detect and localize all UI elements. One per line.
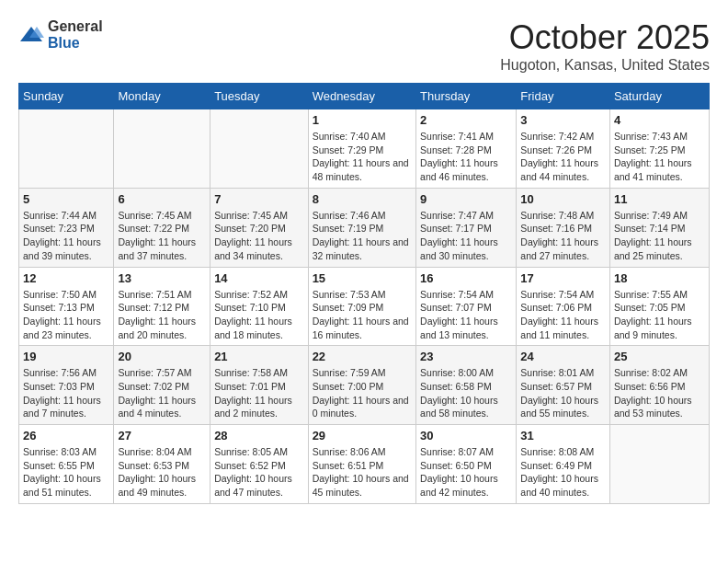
calendar-cell: 31Sunrise: 8:08 AM Sunset: 6:49 PM Dayli… (517, 425, 610, 504)
col-header-wednesday: Wednesday (308, 84, 415, 109)
day-info: Sunrise: 8:05 AM Sunset: 6:52 PM Dayligh… (214, 445, 304, 500)
day-number: 10 (520, 192, 606, 206)
day-info: Sunrise: 8:08 AM Sunset: 6:49 PM Dayligh… (520, 445, 606, 500)
day-number: 14 (214, 271, 304, 285)
day-info: Sunrise: 8:00 AM Sunset: 6:58 PM Dayligh… (420, 366, 512, 420)
calendar-week-row: 5Sunrise: 7:44 AM Sunset: 7:23 PM Daylig… (19, 188, 710, 267)
day-number: 18 (614, 271, 705, 285)
calendar-cell (19, 109, 114, 189)
day-number: 5 (23, 192, 109, 206)
day-number: 3 (520, 113, 606, 127)
day-info: Sunrise: 7:55 AM Sunset: 7:05 PM Dayligh… (614, 288, 705, 342)
calendar-cell: 26Sunrise: 8:03 AM Sunset: 6:55 PM Dayli… (19, 425, 114, 504)
logo-icon (18, 25, 44, 45)
calendar-cell: 2Sunrise: 7:41 AM Sunset: 7:28 PM Daylig… (416, 109, 517, 189)
title-section: October 2025 Hugoton, Kansas, United Sta… (500, 18, 710, 74)
calendar-week-row: 1Sunrise: 7:40 AM Sunset: 7:29 PM Daylig… (19, 109, 710, 189)
day-info: Sunrise: 7:41 AM Sunset: 7:28 PM Dayligh… (420, 130, 512, 184)
calendar-cell: 5Sunrise: 7:44 AM Sunset: 7:23 PM Daylig… (19, 188, 114, 267)
calendar-cell: 8Sunrise: 7:46 AM Sunset: 7:19 PM Daylig… (308, 188, 415, 267)
day-info: Sunrise: 7:48 AM Sunset: 7:16 PM Dayligh… (520, 209, 606, 263)
col-header-tuesday: Tuesday (210, 84, 309, 109)
calendar-cell: 3Sunrise: 7:42 AM Sunset: 7:26 PM Daylig… (517, 109, 610, 189)
calendar-week-row: 12Sunrise: 7:50 AM Sunset: 7:13 PM Dayli… (19, 267, 710, 346)
calendar-cell: 30Sunrise: 8:07 AM Sunset: 6:50 PM Dayli… (416, 425, 517, 504)
day-number: 15 (313, 271, 412, 285)
day-info: Sunrise: 8:07 AM Sunset: 6:50 PM Dayligh… (420, 445, 512, 500)
calendar-cell (114, 109, 210, 189)
calendar-subtitle: Hugoton, Kansas, United States (500, 57, 710, 74)
day-number: 28 (214, 429, 304, 442)
day-number: 23 (420, 350, 512, 363)
calendar-cell: 6Sunrise: 7:45 AM Sunset: 7:22 PM Daylig… (114, 188, 210, 267)
day-number: 30 (420, 429, 512, 442)
calendar-cell: 27Sunrise: 8:04 AM Sunset: 6:53 PM Dayli… (114, 425, 210, 504)
day-number: 25 (614, 350, 705, 363)
day-info: Sunrise: 7:43 AM Sunset: 7:25 PM Dayligh… (614, 130, 705, 184)
day-info: Sunrise: 7:46 AM Sunset: 7:19 PM Dayligh… (313, 209, 412, 263)
calendar-cell: 7Sunrise: 7:45 AM Sunset: 7:20 PM Daylig… (210, 188, 309, 267)
calendar-header-row: SundayMondayTuesdayWednesdayThursdayFrid… (19, 84, 710, 109)
calendar-cell: 19Sunrise: 7:56 AM Sunset: 7:03 PM Dayli… (19, 346, 114, 425)
day-number: 12 (23, 271, 109, 285)
logo: General Blue (18, 18, 103, 52)
calendar-cell: 9Sunrise: 7:47 AM Sunset: 7:17 PM Daylig… (416, 188, 517, 267)
day-number: 13 (118, 271, 206, 285)
calendar-table: SundayMondayTuesdayWednesdayThursdayFrid… (18, 83, 710, 504)
day-info: Sunrise: 7:45 AM Sunset: 7:22 PM Dayligh… (118, 209, 206, 263)
day-info: Sunrise: 7:47 AM Sunset: 7:17 PM Dayligh… (420, 209, 512, 263)
col-header-monday: Monday (114, 84, 210, 109)
day-number: 8 (313, 192, 412, 206)
calendar-cell: 21Sunrise: 7:58 AM Sunset: 7:01 PM Dayli… (210, 346, 309, 425)
day-number: 26 (23, 429, 109, 442)
calendar-week-row: 19Sunrise: 7:56 AM Sunset: 7:03 PM Dayli… (19, 346, 710, 425)
day-number: 6 (118, 192, 206, 206)
col-header-saturday: Saturday (609, 84, 709, 109)
page-header: General Blue October 2025 Hugoton, Kansa… (18, 18, 710, 74)
day-number: 21 (214, 350, 304, 363)
day-number: 24 (520, 350, 606, 363)
calendar-cell: 13Sunrise: 7:51 AM Sunset: 7:12 PM Dayli… (114, 267, 210, 346)
day-info: Sunrise: 8:04 AM Sunset: 6:53 PM Dayligh… (118, 445, 206, 500)
calendar-cell: 10Sunrise: 7:48 AM Sunset: 7:16 PM Dayli… (517, 188, 610, 267)
day-number: 29 (313, 429, 412, 442)
day-info: Sunrise: 7:58 AM Sunset: 7:01 PM Dayligh… (214, 366, 304, 420)
day-info: Sunrise: 7:51 AM Sunset: 7:12 PM Dayligh… (118, 288, 206, 342)
day-info: Sunrise: 7:54 AM Sunset: 7:06 PM Dayligh… (520, 288, 606, 342)
day-number: 4 (614, 113, 705, 127)
col-header-friday: Friday (517, 84, 610, 109)
day-info: Sunrise: 8:01 AM Sunset: 6:57 PM Dayligh… (520, 366, 606, 420)
calendar-cell: 29Sunrise: 8:06 AM Sunset: 6:51 PM Dayli… (308, 425, 415, 504)
day-number: 16 (420, 271, 512, 285)
day-info: Sunrise: 7:53 AM Sunset: 7:09 PM Dayligh… (313, 288, 412, 342)
day-info: Sunrise: 7:49 AM Sunset: 7:14 PM Dayligh… (614, 209, 705, 263)
logo-general: General (48, 18, 103, 34)
day-info: Sunrise: 7:52 AM Sunset: 7:10 PM Dayligh… (214, 288, 304, 342)
day-number: 31 (520, 429, 606, 442)
calendar-cell: 11Sunrise: 7:49 AM Sunset: 7:14 PM Dayli… (609, 188, 709, 267)
day-number: 7 (214, 192, 304, 206)
calendar-week-row: 26Sunrise: 8:03 AM Sunset: 6:55 PM Dayli… (19, 425, 710, 504)
day-number: 2 (420, 113, 512, 127)
day-number: 20 (118, 350, 206, 363)
col-header-sunday: Sunday (19, 84, 114, 109)
calendar-cell: 15Sunrise: 7:53 AM Sunset: 7:09 PM Dayli… (308, 267, 415, 346)
day-number: 19 (23, 350, 109, 363)
day-info: Sunrise: 8:02 AM Sunset: 6:56 PM Dayligh… (614, 366, 705, 420)
calendar-cell: 14Sunrise: 7:52 AM Sunset: 7:10 PM Dayli… (210, 267, 309, 346)
calendar-cell (210, 109, 309, 189)
calendar-cell: 1Sunrise: 7:40 AM Sunset: 7:29 PM Daylig… (308, 109, 415, 189)
calendar-cell (609, 425, 709, 504)
day-info: Sunrise: 7:50 AM Sunset: 7:13 PM Dayligh… (23, 288, 109, 342)
calendar-cell: 22Sunrise: 7:59 AM Sunset: 7:00 PM Dayli… (308, 346, 415, 425)
day-number: 22 (313, 350, 412, 363)
calendar-cell: 28Sunrise: 8:05 AM Sunset: 6:52 PM Dayli… (210, 425, 309, 504)
calendar-cell: 24Sunrise: 8:01 AM Sunset: 6:57 PM Dayli… (517, 346, 610, 425)
day-number: 17 (520, 271, 606, 285)
day-number: 9 (420, 192, 512, 206)
day-info: Sunrise: 7:44 AM Sunset: 7:23 PM Dayligh… (23, 209, 109, 263)
calendar-cell: 17Sunrise: 7:54 AM Sunset: 7:06 PM Dayli… (517, 267, 610, 346)
day-info: Sunrise: 7:54 AM Sunset: 7:07 PM Dayligh… (420, 288, 512, 342)
day-info: Sunrise: 7:42 AM Sunset: 7:26 PM Dayligh… (520, 130, 606, 184)
day-info: Sunrise: 7:57 AM Sunset: 7:02 PM Dayligh… (118, 366, 206, 420)
